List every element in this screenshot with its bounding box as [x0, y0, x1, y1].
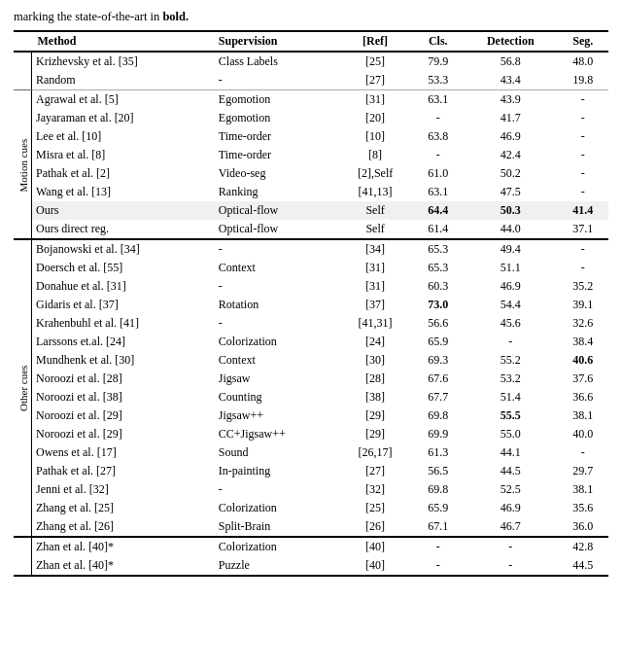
cls-cell: 61.4 — [413, 220, 464, 239]
ref-header: [Ref] — [338, 31, 413, 52]
supervision-cell: Split-Brain — [213, 517, 338, 537]
detection-cell: 55.5 — [464, 407, 557, 425]
seg-cell: - — [557, 183, 608, 201]
detection-cell: 44.5 — [464, 462, 557, 480]
ref-cell: [34] — [338, 239, 413, 259]
seg-cell: 42.8 — [557, 537, 608, 556]
method-cell: Larssons et.al. [24] — [32, 333, 213, 351]
cls-cell: 69.8 — [413, 407, 464, 425]
table-row: Zhang et al. [25]Colorization[25]65.946.… — [14, 499, 608, 517]
ref-cell: [25] — [338, 52, 413, 71]
supervision-cell: Colorization — [213, 333, 338, 351]
table-row: Lee et al. [10]Time-order[10]63.846.9- — [14, 127, 608, 146]
cls-cell: 64.4 — [413, 201, 464, 220]
seg-cell: 39.1 — [557, 296, 608, 314]
seg-cell: - — [557, 109, 608, 127]
cls-cell: 61.0 — [413, 164, 464, 183]
seg-cell: 37.1 — [557, 220, 608, 239]
supervision-cell: Optical-flow — [213, 201, 338, 220]
seg-cell: 40.6 — [557, 351, 608, 370]
detection-cell: 42.4 — [464, 146, 557, 164]
detection-cell: 51.4 — [464, 388, 557, 407]
table-row: Owens et al. [17]Sound[26,17]61.344.1- — [14, 443, 608, 462]
table-row: Krahenbuhl et al. [41]-[41,31]56.645.632… — [14, 314, 608, 333]
seg-cell: 40.0 — [557, 425, 608, 443]
cls-cell: 56.5 — [413, 462, 464, 480]
detection-cell: 55.2 — [464, 351, 557, 370]
supervision-cell: Egomotion — [213, 90, 338, 110]
seg-cell: - — [557, 164, 608, 183]
table-header-row: Method Supervision [Ref] Cls. Detection … — [14, 31, 608, 52]
supervision-cell: Video-seg — [213, 164, 338, 183]
seg-cell: 41.4 — [557, 201, 608, 220]
ref-cell: [40] — [338, 556, 413, 576]
method-cell: Noroozi et al. [29] — [32, 425, 213, 443]
method-cell: Gidaris et al. [37] — [32, 296, 213, 314]
method-cell: Bojanowski et al. [34] — [32, 239, 213, 259]
cls-cell: 69.9 — [413, 425, 464, 443]
ref-cell: [31] — [338, 259, 413, 277]
ref-cell: [28] — [338, 370, 413, 388]
cls-cell: 61.3 — [413, 443, 464, 462]
supervision-cell: In-painting — [213, 462, 338, 480]
seg-cell: 19.8 — [557, 71, 608, 90]
cls-cell: 69.3 — [413, 351, 464, 370]
supervision-cell: Context — [213, 259, 338, 277]
seg-cell: 37.6 — [557, 370, 608, 388]
group-label: Motion cues — [14, 90, 32, 240]
supervision-cell: Optical-flow — [213, 220, 338, 239]
table-row: Gidaris et al. [37]Rotation[37]73.054.43… — [14, 296, 608, 314]
cls-cell: 67.7 — [413, 388, 464, 407]
seg-cell: 44.5 — [557, 556, 608, 576]
ref-cell: [29] — [338, 407, 413, 425]
detection-cell: 47.5 — [464, 183, 557, 201]
results-table: Method Supervision [Ref] Cls. Detection … — [14, 30, 608, 577]
seg-cell: 38.4 — [557, 333, 608, 351]
supervision-cell: CC+Jigsaw++ — [213, 425, 338, 443]
detection-cell: 44.0 — [464, 220, 557, 239]
method-cell: Noroozi et al. [38] — [32, 388, 213, 407]
seg-cell: - — [557, 127, 608, 146]
group-label: Other cues — [14, 239, 32, 537]
seg-cell: 35.2 — [557, 277, 608, 296]
method-cell: Zhang et al. [25] — [32, 499, 213, 517]
table-row: Noroozi et al. [29]Jigsaw++[29]69.855.53… — [14, 407, 608, 425]
cls-cell: 65.3 — [413, 239, 464, 259]
detection-cell: 55.0 — [464, 425, 557, 443]
detection-cell: 46.7 — [464, 517, 557, 537]
seg-cell: - — [557, 443, 608, 462]
detection-cell: - — [464, 333, 557, 351]
group-label — [14, 537, 32, 576]
method-cell: Zhan et al. [40]* — [32, 556, 213, 576]
intro-paragraph: marking the state-of-the-art in bold. — [14, 10, 608, 24]
supervision-cell: Class Labels — [213, 52, 338, 71]
supervision-cell: - — [213, 239, 338, 259]
supervision-cell: Colorization — [213, 499, 338, 517]
seg-cell: 36.0 — [557, 517, 608, 537]
method-cell: Zhang et al. [26] — [32, 517, 213, 537]
supervision-cell: Jigsaw++ — [213, 407, 338, 425]
method-cell: Jenni et al. [32] — [32, 480, 213, 499]
method-cell: Donahue et al. [31] — [32, 277, 213, 296]
table-row: Zhan et al. [40]*Puzzle[40]--44.5 — [14, 556, 608, 576]
seg-cell: 38.1 — [557, 480, 608, 499]
ref-cell: [41,31] — [338, 314, 413, 333]
cls-header: Cls. — [413, 31, 464, 52]
method-cell: Krahenbuhl et al. [41] — [32, 314, 213, 333]
ref-cell: [37] — [338, 296, 413, 314]
cls-cell: 63.1 — [413, 183, 464, 201]
method-cell: Owens et al. [17] — [32, 443, 213, 462]
method-cell: Doersch et al. [55] — [32, 259, 213, 277]
ref-cell: [27] — [338, 462, 413, 480]
table-row: Noroozi et al. [38]Counting[38]67.751.43… — [14, 388, 608, 407]
cls-cell: 56.6 — [413, 314, 464, 333]
cls-cell: 65.3 — [413, 259, 464, 277]
detection-cell: 53.2 — [464, 370, 557, 388]
table-row: Zhang et al. [26]Split-Brain[26]67.146.7… — [14, 517, 608, 537]
table-row: Zhan et al. [40]*Colorization[40]--42.8 — [14, 537, 608, 556]
supervision-cell: Egomotion — [213, 109, 338, 127]
supervision-cell: - — [213, 277, 338, 296]
method-cell: Pathak et al. [27] — [32, 462, 213, 480]
detection-cell: 46.9 — [464, 499, 557, 517]
table-row: Doersch et al. [55]Context[31]65.351.1- — [14, 259, 608, 277]
